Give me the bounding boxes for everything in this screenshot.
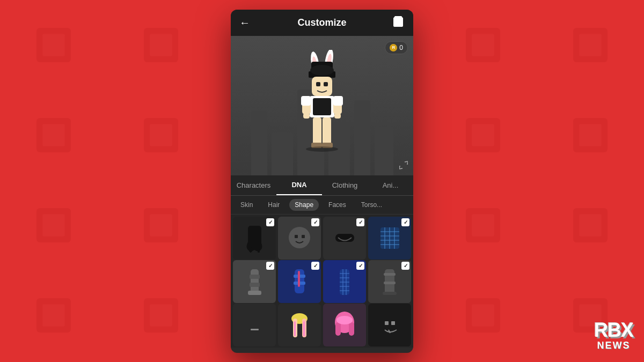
avatar-preview: R 0 — [231, 36, 413, 175]
svg-point-71 — [306, 146, 338, 152]
item-gray-arm-icon — [240, 267, 269, 296]
tab-faces[interactable]: Faces — [323, 199, 352, 211]
svg-rect-66 — [334, 113, 341, 119]
list-item[interactable] — [323, 304, 366, 346]
item-mouth-icon — [330, 223, 360, 253]
svg-rect-58 — [324, 82, 328, 86]
avatar-svg — [292, 50, 352, 168]
item-blue-leg-icon — [330, 267, 360, 296]
svg-rect-37 — [42, 304, 65, 327]
item-checkmark: ✓ — [311, 218, 319, 226]
svg-rect-27 — [150, 214, 172, 237]
svg-rect-1 — [42, 34, 65, 56]
rbx-news-text: NEWS — [594, 340, 633, 351]
svg-rect-114 — [303, 321, 305, 336]
svg-rect-35 — [579, 214, 602, 237]
svg-rect-56 — [312, 77, 332, 96]
list-item[interactable]: ✓ — [323, 260, 366, 303]
svg-rect-113 — [294, 321, 296, 336]
item-face-smile-icon — [285, 223, 314, 253]
list-item[interactable]: ✓ — [278, 260, 321, 303]
cart-button[interactable] — [392, 15, 405, 30]
tab-dna[interactable]: DNA — [276, 175, 322, 195]
tab-hair[interactable]: Hair — [262, 199, 285, 211]
svg-rect-64 — [333, 96, 343, 106]
item-face-smirk-icon — [375, 311, 405, 340]
svg-rect-87 — [251, 269, 259, 293]
tab-characters[interactable]: Characters — [231, 176, 276, 195]
svg-rect-57 — [316, 82, 320, 86]
items-grid: ✓ ✓ ✓ — [231, 215, 413, 348]
list-item[interactable]: ✓ — [233, 217, 276, 260]
list-item[interactable] — [368, 304, 411, 346]
svg-rect-39 — [150, 304, 172, 327]
svg-rect-3 — [150, 34, 172, 56]
expand-icon — [399, 161, 408, 169]
svg-point-55 — [310, 65, 334, 76]
coin-icon: R — [390, 44, 397, 51]
list-item[interactable]: ✓ — [323, 217, 366, 260]
svg-rect-72 — [248, 226, 261, 245]
svg-rect-11 — [579, 34, 602, 56]
svg-rect-21 — [472, 124, 494, 146]
tab-skin[interactable]: Skin — [235, 199, 258, 211]
avatar-character — [292, 50, 352, 170]
svg-rect-109 — [251, 329, 259, 330]
item-face-dot-icon — [240, 311, 269, 340]
item-checkmark: ✓ — [311, 262, 319, 270]
coin-count: 0 — [399, 44, 403, 51]
pillar-6 — [375, 127, 393, 175]
item-pink-wig-icon — [330, 311, 360, 340]
phone-container: ← Customize — [231, 10, 413, 353]
item-checkmark: ✓ — [401, 218, 409, 226]
item-blue-arm-icon — [285, 267, 314, 296]
list-item[interactable]: ✓ — [368, 260, 411, 303]
svg-rect-94 — [298, 271, 300, 287]
svg-rect-106 — [383, 292, 397, 295]
rbx-text: RBX — [594, 321, 633, 340]
svg-rect-23 — [579, 124, 602, 146]
expand-button[interactable] — [399, 161, 408, 171]
back-button[interactable]: ← — [239, 17, 250, 29]
coin-badge: R 0 — [385, 41, 408, 54]
list-item[interactable]: ✓ — [278, 217, 321, 260]
rbx-watermark: RBX NEWS — [594, 321, 633, 351]
svg-rect-105 — [384, 282, 396, 284]
pillar-1 — [251, 111, 267, 175]
secondary-tabs: Skin Hair Shape Faces Torso... — [231, 196, 413, 215]
svg-rect-13 — [42, 124, 65, 146]
pillar-2 — [272, 132, 293, 175]
item-checkmark: ✓ — [356, 262, 364, 270]
svg-rect-63 — [301, 96, 311, 106]
item-checkmark: ✓ — [356, 218, 364, 226]
svg-point-73 — [249, 247, 252, 253]
svg-rect-88 — [250, 275, 260, 279]
svg-rect-65 — [303, 113, 310, 119]
svg-rect-76 — [295, 235, 298, 238]
svg-point-75 — [289, 227, 310, 248]
svg-rect-90 — [248, 291, 261, 295]
svg-rect-60 — [313, 98, 331, 115]
item-checkmark: ✓ — [266, 218, 274, 226]
item-blond-hair-icon — [285, 311, 314, 340]
svg-rect-120 — [391, 321, 395, 325]
svg-rect-104 — [384, 273, 396, 276]
tab-ani[interactable]: Ani... — [368, 176, 413, 195]
list-item[interactable] — [233, 304, 276, 346]
svg-rect-45 — [472, 304, 494, 327]
list-item[interactable]: ✓ — [233, 260, 276, 303]
item-blue-torso-icon — [375, 223, 405, 253]
header: ← Customize — [231, 10, 413, 36]
svg-rect-33 — [472, 214, 494, 237]
item-checkmark: ✓ — [401, 262, 409, 270]
svg-rect-67 — [313, 117, 321, 144]
svg-rect-117 — [349, 322, 354, 336]
tab-clothing[interactable]: Clothing — [322, 176, 368, 195]
item-gray-leg-icon — [375, 267, 405, 296]
list-item[interactable] — [278, 304, 321, 346]
list-item[interactable]: ✓ — [368, 217, 411, 260]
svg-rect-25 — [42, 214, 65, 237]
pillar-5 — [354, 100, 370, 175]
tab-shape[interactable]: Shape — [289, 199, 319, 211]
tab-torso[interactable]: Torso... — [356, 199, 387, 211]
